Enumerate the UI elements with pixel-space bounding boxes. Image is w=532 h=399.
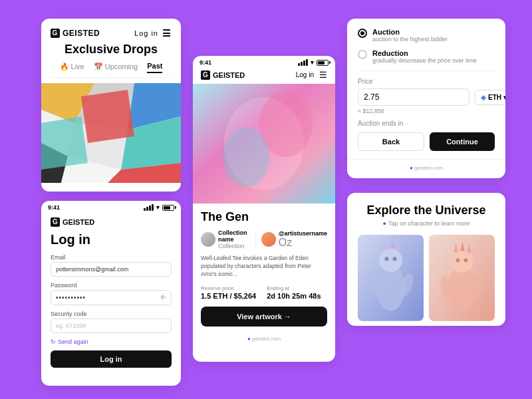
auction-option-2-title: Reduction — [372, 49, 477, 57]
character-blue[interactable] — [358, 235, 424, 321]
auction-option-1-title: Auction — [372, 28, 448, 36]
login-content: G GEISTED Log in Email pottersimmons@gma… — [41, 212, 181, 374]
svg-point-25 — [392, 257, 396, 261]
price-row: ◆ ETH ▾ — [358, 88, 495, 106]
auction-footer-text: geisted.com — [414, 165, 443, 171]
send-again-btn[interactable]: ↻ Send again — [51, 338, 172, 345]
tab-upcoming-label: Upcoming — [105, 63, 138, 70]
tab-live[interactable]: 🔥 Live — [60, 62, 84, 73]
password-dots: •••••••••• — [56, 294, 86, 301]
auction-ends-label: Auction ends in — [358, 120, 495, 127]
tab-upcoming[interactable]: 📅 Upcoming — [94, 62, 138, 73]
nft-battery-icon — [317, 60, 329, 66]
artist-avatar — [261, 232, 276, 247]
nft-card: 9:41 ▾ G GEISTED Log in ☰ — [193, 56, 335, 362]
price-input[interactable] — [358, 88, 469, 106]
nft-status-bar: 9:41 ▾ — [193, 56, 335, 67]
auction-card: Auction auction to the highest bidder Re… — [347, 19, 505, 178]
login-geisted-icon: G — [51, 217, 60, 227]
svg-point-28 — [451, 250, 473, 273]
auction-buttons: Back Continue — [358, 132, 495, 151]
auction-footer: ● geisted.com — [347, 159, 505, 176]
reserve-stat: Reserve price 1.5 ETH / $5,264 — [201, 285, 256, 300]
nft-menu-icon[interactable]: ☰ — [319, 70, 327, 80]
price-label: Price — [358, 78, 495, 85]
nft-artwork-svg — [193, 84, 335, 203]
ending-stat: Ending at 2d 10h 25m 48s — [267, 285, 321, 300]
security-input[interactable]: eg. 671098 — [51, 319, 172, 333]
auction-option-2[interactable]: Reduction gradually descrease the price … — [358, 49, 495, 64]
security-placeholder: eg. 671098 — [56, 323, 86, 329]
svg-marker-10 — [81, 90, 134, 143]
auction-option-1[interactable]: Auction auction to the highest bidder — [358, 28, 495, 43]
auction-radio-1[interactable] — [358, 29, 367, 38]
auction-option-2-desc: gradually descrease the price over time — [372, 57, 477, 64]
email-value: pottersimmons@gmail.com — [56, 266, 128, 273]
nft-collection-group: Collection name Collection — [201, 229, 250, 249]
password-field: Password •••••••••• 👁 — [51, 282, 172, 305]
svg-point-18 — [379, 248, 403, 272]
continue-button[interactable]: Continue — [430, 132, 495, 151]
svg-point-27 — [448, 267, 477, 311]
footer-dot: ● — [247, 336, 251, 342]
svg-point-24 — [385, 257, 389, 261]
currency-chevron: ▾ — [503, 94, 505, 101]
drops-logo-text: GEISTED — [63, 29, 100, 38]
explore-characters — [358, 235, 495, 321]
nft-title: The Gen — [201, 210, 327, 224]
login-logo: G GEISTED — [51, 217, 172, 227]
login-status-bar: 9:41 ▾ — [41, 201, 181, 212]
explore-subtitle: ● Tap on character to learn more — [358, 220, 495, 227]
tab-live-label: Live — [71, 63, 84, 70]
password-input[interactable]: •••••••••• 👁 — [51, 290, 172, 305]
drops-nav: Log in ☰ — [134, 28, 172, 39]
collection-sub: Collection — [218, 243, 250, 249]
collection-avatar — [201, 232, 215, 247]
pink-character-svg — [429, 235, 495, 321]
security-field: Security code eg. 671098 — [51, 311, 172, 333]
auction-divider — [358, 70, 495, 71]
signal-bars-icon — [144, 204, 154, 211]
drops-card: G GEISTED Log in ☰ Exclusive Drops 🔥 Liv… — [41, 19, 181, 192]
hamburger-icon[interactable]: ☰ — [162, 28, 172, 39]
auction-content: Auction auction to the highest bidder Re… — [347, 19, 505, 159]
ending-value: 2d 10h 25m 48s — [267, 292, 321, 300]
nft-logo-text: GEISTED — [213, 71, 245, 79]
auction-footer-dot: ● — [410, 165, 413, 171]
login-status-icons: ▾ — [144, 204, 174, 211]
eye-off-icon[interactable]: 👁 — [160, 294, 166, 301]
login-button[interactable]: Log in — [51, 350, 172, 368]
back-button[interactable]: Back — [358, 132, 424, 151]
login-card: 9:41 ▾ G GEISTED Log in Email pottersimm… — [41, 201, 181, 386]
character-pink[interactable] — [429, 235, 495, 321]
svg-point-34 — [456, 258, 460, 262]
login-link[interactable]: Log in — [134, 29, 158, 37]
nft-brand: G GEISTED — [201, 70, 245, 80]
explore-card: Explore the Universe ● Tap on character … — [347, 193, 505, 326]
auction-radio-2[interactable] — [358, 50, 367, 59]
nft-artist-group: @artistusername Oz — [261, 230, 327, 249]
nft-footer-text: geisted.com — [252, 336, 281, 342]
email-input[interactable]: pottersimmons@gmail.com — [51, 262, 172, 277]
view-artwork-button[interactable]: View artwork → — [201, 307, 327, 327]
svg-point-35 — [464, 258, 467, 262]
svg-point-15 — [223, 127, 269, 187]
auction-option-1-text: Auction auction to the highest bidder — [372, 28, 448, 43]
nft-status-icons: ▾ — [298, 59, 329, 66]
nft-footer: ● geisted.com — [193, 332, 335, 346]
fire-icon: 🔥 — [60, 63, 69, 71]
abstract-svg — [41, 83, 181, 183]
login-logo-text: GEISTED — [63, 218, 94, 226]
artist-sub: Oz — [279, 237, 327, 249]
reserve-label: Reserve price — [201, 285, 256, 291]
explore-title: Explore the Universe — [358, 203, 495, 217]
meta-separator — [255, 233, 256, 246]
drops-tabs: 🔥 Live 📅 Upcoming Past — [51, 62, 172, 78]
nft-login-link[interactable]: Log in — [296, 71, 314, 78]
tab-past[interactable]: Past — [147, 62, 162, 73]
tab-past-label: Past — [147, 62, 162, 70]
reserve-value: 1.5 ETH / $5,264 — [201, 292, 256, 300]
drops-title: Exclusive Drops — [51, 43, 172, 57]
ending-label: Ending at — [267, 285, 321, 291]
currency-selector[interactable]: ◆ ETH ▾ — [475, 90, 505, 105]
